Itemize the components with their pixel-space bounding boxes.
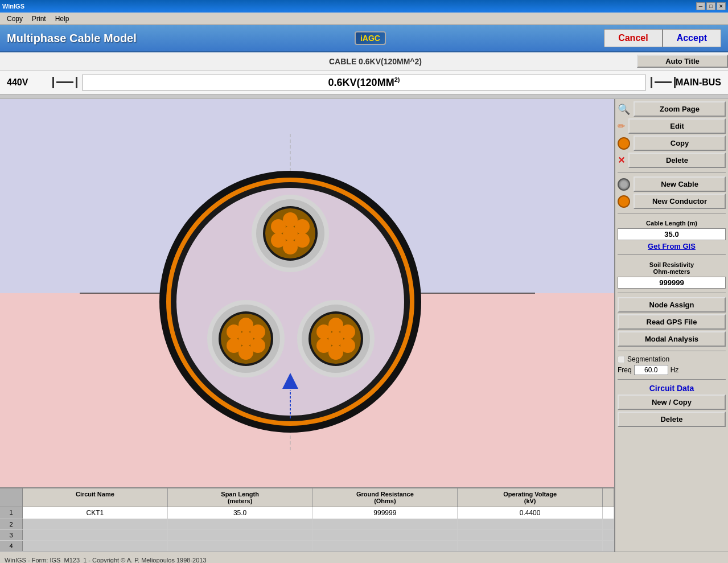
scroll-col-2	[603, 519, 614, 529]
scroll-col-4	[603, 541, 614, 551]
copy-icon	[618, 137, 630, 150]
cell-name-2[interactable]	[23, 519, 168, 529]
app-header: Multiphase Cable Model iAGC Cancel Accep…	[0, 25, 728, 52]
cell-voltage-1[interactable]: 0.4400	[458, 507, 603, 519]
left-voltage: 440V	[7, 77, 52, 88]
separator-3	[618, 254, 726, 255]
cable-title: CABLE 0.6KV(120MM^2)	[114, 57, 637, 66]
maximize-button[interactable]: □	[706, 2, 715, 10]
row-num-4: 4	[0, 541, 23, 551]
cell-ground-1[interactable]: 999999	[313, 507, 458, 519]
window-controls: ─ □ ✕	[696, 2, 726, 10]
cell-span-3[interactable]	[168, 530, 313, 540]
table-header: Circuit Name Span Length(meters) Ground …	[0, 488, 614, 507]
zoom-page-button[interactable]: Zoom Page	[634, 101, 726, 117]
delete2-button[interactable]: Delete	[618, 412, 726, 427]
status-text: WinIGS - Form: IGS_M123_1 - Copyright © …	[5, 557, 207, 564]
connector-line-h-left	[56, 81, 73, 83]
cancel-button[interactable]: Cancel	[604, 29, 662, 47]
read-gps-button[interactable]: Read GPS File	[618, 314, 726, 330]
copy-button[interactable]: Copy	[634, 135, 726, 151]
cell-ground-3[interactable]	[313, 530, 458, 540]
cable-length-label: Cable Length (m)	[618, 220, 726, 227]
freq-row: Freq Hz	[618, 365, 726, 375]
col-header-voltage: Operating Voltage(kV)	[458, 488, 603, 507]
close-button[interactable]: ✕	[717, 2, 726, 10]
segmentation-row: Segmentation	[618, 355, 726, 363]
delete-row: ✕ Delete	[618, 153, 726, 168]
cell-name-4[interactable]	[23, 541, 168, 551]
get-from-gis-button[interactable]: Get From GIS	[618, 242, 726, 250]
table-row[interactable]: 3	[0, 530, 614, 541]
menu-print[interactable]: Print	[27, 14, 51, 24]
new-cable-row: New Cable	[618, 176, 726, 192]
zoom-icon: 🔍	[618, 103, 630, 116]
status-bar: WinIGS - Form: IGS_M123_1 - Copyright © …	[0, 552, 728, 563]
new-conductor-row: New Conductor	[618, 194, 726, 209]
cell-name-3[interactable]	[23, 530, 168, 540]
col-header-name: Circuit Name	[23, 488, 168, 507]
row-num-2: 2	[0, 519, 23, 529]
table-row[interactable]: 2	[0, 519, 614, 530]
table-row[interactable]: 1 CKT1 35.0 999999 0.4400	[0, 507, 614, 519]
connector-line-h-right	[655, 81, 672, 83]
row-num-3: 3	[0, 530, 23, 540]
accept-button[interactable]: Accept	[663, 29, 721, 47]
new-conductor-button[interactable]: New Conductor	[634, 194, 726, 209]
cell-span-2[interactable]	[168, 519, 313, 529]
main-content: Circuit Name Span Length(meters) Ground …	[0, 99, 728, 552]
segmentation-label: Segmentation	[627, 355, 669, 363]
auto-title-button[interactable]: Auto Title	[637, 55, 728, 68]
new-cable-button[interactable]: New Cable	[634, 176, 726, 192]
cell-voltage-4[interactable]	[458, 541, 603, 551]
edit-row: ✏ Edit	[618, 118, 726, 134]
logo: iAGC	[355, 31, 386, 45]
col-header-num	[0, 488, 23, 507]
soil-resistivity-input[interactable]	[618, 277, 726, 289]
node-assign-button[interactable]: Node Assign	[618, 297, 726, 313]
separator-4	[618, 293, 726, 293]
row-num-1: 1	[0, 507, 23, 519]
segmentation-checkbox[interactable]	[618, 356, 625, 363]
canvas-area: Circuit Name Span Length(meters) Ground …	[0, 99, 614, 552]
cell-ground-4[interactable]	[313, 541, 458, 551]
bus-cable-label: 0.6KV(120MM2)	[82, 75, 646, 91]
new-copy-button[interactable]: New / Copy	[618, 394, 726, 410]
cell-voltage-2[interactable]	[458, 519, 603, 529]
cable-length-input[interactable]	[618, 228, 726, 240]
minimize-button[interactable]: ─	[696, 2, 705, 10]
svg-point-29	[238, 331, 253, 346]
separator-5	[618, 351, 726, 351]
modal-analysis-button[interactable]: Modal Analysis	[618, 331, 726, 347]
connector-line-v-left2	[76, 77, 77, 88]
header-buttons: Cancel Accept	[604, 29, 721, 47]
cell-voltage-3[interactable]	[458, 530, 603, 540]
right-connector	[651, 77, 676, 88]
bus-row: 440V 0.6KV(120MM2) MAIN-BUS	[0, 71, 728, 94]
menu-copy[interactable]: Copy	[2, 14, 27, 24]
cable-diagram[interactable]	[0, 99, 614, 487]
cell-span-4[interactable]	[168, 541, 313, 551]
circuit-table: Circuit Name Span Length(meters) Ground …	[0, 487, 614, 552]
cell-name-1[interactable]: CKT1	[23, 507, 168, 519]
delete-button[interactable]: Delete	[628, 153, 726, 168]
cell-span-1[interactable]: 35.0	[168, 507, 313, 519]
menu-bar: Copy Print Help	[0, 13, 728, 25]
title-bar: WinIGS ─ □ ✕	[0, 0, 728, 13]
cell-ground-2[interactable]	[313, 519, 458, 529]
left-connector	[52, 77, 77, 88]
app-title: WinIGS	[2, 3, 24, 10]
copy-row: Copy	[618, 135, 726, 151]
table-row[interactable]: 4	[0, 541, 614, 552]
new-cable-icon	[618, 178, 630, 191]
scroll-col-1	[603, 507, 614, 519]
delete-icon: ✕	[618, 155, 625, 166]
edit-button[interactable]: Edit	[628, 118, 726, 134]
freq-input[interactable]	[634, 365, 668, 375]
zoom-page-row: 🔍 Zoom Page	[618, 101, 726, 117]
col-header-ground: Ground Resistance(Ohms)	[313, 488, 458, 507]
right-bus-name: MAIN-BUS	[676, 77, 721, 88]
menu-help[interactable]: Help	[51, 14, 74, 24]
app-header-title: Multiphase Cable Model	[7, 32, 137, 45]
col-header-span: Span Length(meters)	[168, 488, 313, 507]
